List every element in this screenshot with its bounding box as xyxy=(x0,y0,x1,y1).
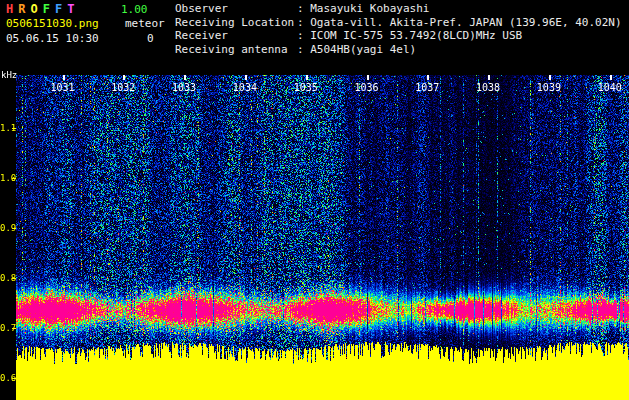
y-tick-mark xyxy=(12,378,16,379)
hrofft-window: HROFFT 1.00 0506151030.png meteor 05.06.… xyxy=(0,0,629,400)
app-title-letter: O xyxy=(30,2,37,16)
station-info-value: Masayuki Kobayashi xyxy=(310,2,429,15)
station-info-row: Observer: Masayuki Kobayashi xyxy=(175,2,622,16)
y-tick-mark xyxy=(12,128,16,129)
station-info-separator: : xyxy=(297,16,310,29)
station-info-separator: : xyxy=(297,43,310,56)
station-info-separator: : xyxy=(297,29,310,42)
y-tick-mark xyxy=(12,328,16,329)
station-info-value: A504HB(yagi 4el) xyxy=(310,43,416,56)
y-tick-mark xyxy=(12,228,16,229)
time-label: 1035 xyxy=(294,82,318,93)
time-label: 1031 xyxy=(50,82,74,93)
app-title: HROFFT xyxy=(6,2,79,16)
capture-datetime: 05.06.15 10:30 xyxy=(6,32,99,45)
y-tick-mark xyxy=(12,178,16,179)
app-title-letter: R xyxy=(18,2,25,16)
app-title-letter: F xyxy=(43,2,50,16)
station-info-label: Receiver xyxy=(175,29,297,43)
station-info: Observer: Masayuki KobayashiReceiving Lo… xyxy=(175,2,622,56)
time-label: 1040 xyxy=(598,82,622,93)
station-info-row: Receiving Location: Ogata-vill. Akita-Pr… xyxy=(175,16,622,30)
time-label: 1037 xyxy=(415,82,439,93)
spectrogram-canvas xyxy=(16,75,629,400)
app-title-letter: H xyxy=(6,2,13,16)
station-info-row: Receiver: ICOM IC-575 53.7492(8LCD)MHz U… xyxy=(175,29,622,43)
app-title-letter: T xyxy=(67,2,74,16)
station-info-separator: : xyxy=(297,2,310,15)
station-info-value: ICOM IC-575 53.7492(8LCD)MHz USB xyxy=(310,29,522,42)
station-info-label: Receiving Location xyxy=(175,16,297,30)
time-label: 1036 xyxy=(354,82,378,93)
station-info-label: Observer xyxy=(175,2,297,16)
time-label: 1034 xyxy=(233,82,257,93)
time-label: 1039 xyxy=(537,82,561,93)
echo-count: 0 xyxy=(147,32,154,45)
time-label: 1038 xyxy=(476,82,500,93)
y-tick-mark xyxy=(12,278,16,279)
y-axis-unit-label: kHz xyxy=(1,70,17,80)
output-filename: 0506151030.png xyxy=(6,17,99,30)
station-info-value: Ogata-vill. Akita-Pref. JAPAN (139.96E, … xyxy=(310,16,621,29)
app-title-letter: F xyxy=(55,2,62,16)
station-info-row: Receiving antenna: A504HB(yagi 4el) xyxy=(175,43,622,57)
station-info-label: Receiving antenna xyxy=(175,43,297,57)
time-label: 1032 xyxy=(111,82,135,93)
mode-label: meteor xyxy=(125,17,165,30)
time-label: 1033 xyxy=(172,82,196,93)
app-version: 1.00 xyxy=(121,3,148,16)
